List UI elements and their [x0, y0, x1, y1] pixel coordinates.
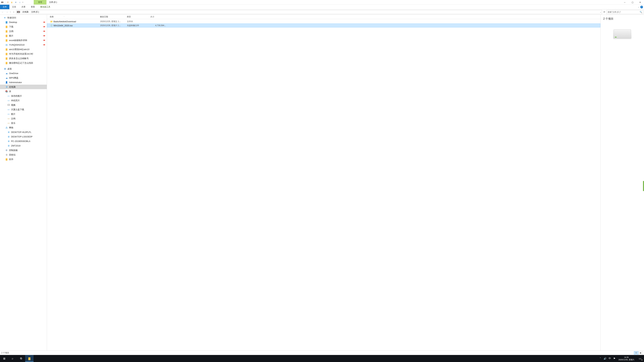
ribbon-tabs: 文件 主页 共享 查看 驱动器工具 ⌄ ?	[0, 5, 644, 9]
undo-icon[interactable]: ⎌	[18, 1, 21, 4]
start-button[interactable]: ⊞	[0, 355, 8, 362]
tree-quick-access[interactable]: ★快速访问	[0, 15, 47, 20]
tree-net-pc4[interactable]: 🖥ZMT2019	[0, 143, 47, 148]
tray-overflow-icon[interactable]: ˄	[598, 355, 603, 362]
tree-pictures[interactable]: ▇图片📌	[0, 33, 47, 38]
tree-excel[interactable]: ▇excel表格制作求和📌	[0, 38, 47, 42]
tree-saved-pictures[interactable]: ▭保存的图片	[0, 94, 47, 98]
address-bar[interactable]: 📼 › 此电脑 › 文档 (E:) ⌄	[16, 10, 602, 14]
minimize-button[interactable]: ─	[621, 0, 628, 5]
breadcrumb-this-pc[interactable]: 此电脑	[22, 10, 28, 13]
pin-icon: 📌	[42, 25, 46, 28]
tree-huawei[interactable]: ▇华为手机时间设置24小时	[0, 52, 47, 56]
tree-libraries[interactable]: 📚库	[0, 89, 47, 94]
file-name: BaiduNetdiskDownload	[53, 20, 100, 23]
tree-win10-reinstall[interactable]: ▇win10重装64位win10	[0, 47, 47, 52]
tree-music[interactable]: ▭音乐	[0, 121, 47, 125]
address-dropdown-icon[interactable]: ⌄	[600, 11, 601, 13]
pc-icon: 🖥	[7, 135, 10, 138]
tree-net-pc1[interactable]: 🖥DESKTOP-HL0PLFL	[0, 130, 47, 134]
maximize-button[interactable]: ▢	[628, 0, 636, 5]
ribbon-tab-file[interactable]: 文件	[0, 5, 10, 9]
preview-title: 2 个项目	[602, 17, 614, 21]
ribbon-tab-view[interactable]: 查看	[28, 5, 38, 9]
taskbar-file-explorer[interactable]: ▇	[25, 355, 34, 362]
ribbon-tab-drive-tools[interactable]: 驱动器工具	[38, 5, 53, 9]
breadcrumb-current[interactable]: 文档 (E:)	[31, 10, 39, 13]
tree-this-pc[interactable]: 🖥此电脑	[0, 85, 47, 89]
tree-videos[interactable]: 🎞视频	[0, 103, 47, 107]
column-size[interactable]: 大小	[150, 15, 167, 19]
drive-illustration-icon	[613, 29, 632, 38]
tree-software[interactable]: ▇软件	[0, 157, 47, 162]
search-input[interactable]	[608, 11, 640, 13]
ribbon-tab-home[interactable]: 主页	[10, 5, 19, 9]
tree-camera-roll[interactable]: ▭本机照片	[0, 98, 47, 103]
nav-forward-button[interactable]: →	[5, 10, 9, 14]
chevron-right-icon[interactable]: ›	[20, 11, 22, 13]
search-button[interactable]: ⌕	[8, 355, 17, 362]
tree-wechat[interactable]: ▇微信密码忘记了怎么找回	[0, 61, 47, 65]
security-icon[interactable]: ⚑	[612, 355, 617, 362]
recycle-bin-icon: 🗑	[5, 153, 8, 156]
nav-up-button[interactable]: ↑	[12, 10, 16, 14]
tree-recycle-bin[interactable]: 🗑回收站	[0, 152, 47, 157]
navigation-tree[interactable]: ★快速访问 ▇Desktop📌 ▇下载📌 ▇文档📌 ▇图片📌 ▇excel表格制…	[0, 15, 47, 351]
delete-icon[interactable]: ✕	[14, 1, 17, 4]
search-box[interactable]: 🔍	[606, 10, 643, 14]
tree-wps[interactable]: ☁WPS网盘	[0, 76, 47, 80]
tree-yunqishi[interactable]: ▤YUNQISHI2019📌	[0, 42, 47, 47]
nav-history-dropdown[interactable]: ▾	[10, 11, 12, 13]
pin-icon: 📌	[42, 39, 46, 42]
tree-documents[interactable]: ▇文档📌	[0, 29, 47, 33]
qat-dropdown-icon[interactable]: ▾	[22, 1, 23, 3]
sort-indicator-icon: ˄	[64, 16, 64, 17]
content-pane: 名称˄ 修改日期 类型 大小 📁BaiduNetdiskDownload2020…	[47, 15, 600, 351]
taskbar-clock[interactable]: 14:35 2020/12/26, 星期六	[617, 355, 636, 362]
task-view-button[interactable]: ⧉	[17, 355, 25, 362]
file-list[interactable]: 📁BaiduNetdiskDownload2020/12/25, 星期五 1..…	[47, 19, 600, 351]
ribbon-context-tab[interactable]: 管理	[34, 0, 46, 4]
tree-onedrive[interactable]: ☁OneDrive	[0, 71, 47, 76]
search-icon[interactable]: 🔍	[640, 11, 642, 13]
ribbon-collapse-icon[interactable]: ⌄	[638, 6, 639, 8]
pin-icon: 📌	[42, 21, 46, 24]
action-center-button[interactable]: ▭3	[636, 355, 644, 362]
help-icon[interactable]: ?	[640, 6, 643, 8]
tree-tianyi[interactable]: ▭天翼云盘下载	[0, 107, 47, 112]
tree-downloads[interactable]: ▇下载📌	[0, 24, 47, 29]
column-type[interactable]: 类型	[127, 15, 150, 19]
chevron-right-icon[interactable]: ›	[28, 11, 31, 13]
tree-net-pc2[interactable]: 🖥DESKTOP-LSSOEDP	[0, 134, 47, 139]
view-details-button[interactable]: ☰	[634, 351, 638, 355]
tree-desktop-root[interactable]: 🖥桌面	[0, 66, 47, 71]
ribbon-tab-share[interactable]: 共享	[19, 5, 28, 9]
folder-icon: ▇	[5, 30, 8, 33]
properties-icon[interactable]: ☑	[6, 1, 9, 4]
tree-pdd[interactable]: ▇拼多多怎么注销账号	[0, 56, 47, 61]
tree-net-pc3[interactable]: 🖥PC-20190530OBLA	[0, 139, 47, 143]
file-row[interactable]: 💿Win10x64_2020.iso2020/12/26, 星期六 1...光盘…	[47, 23, 600, 27]
volume-icon[interactable]: 🔊	[603, 355, 608, 362]
column-date[interactable]: 修改日期	[100, 15, 127, 19]
tree-desktop[interactable]: ▇Desktop📌	[0, 20, 47, 24]
folder-icon: ▇	[5, 21, 8, 24]
tree-control-panel[interactable]: ⚙控制面板	[0, 148, 47, 152]
folder-icon[interactable]: ▮	[10, 1, 13, 4]
nav-back-button[interactable]: ←	[1, 10, 5, 14]
tree-network[interactable]: 🖧网络	[0, 125, 47, 130]
file-date: 2020/12/25, 星期五 1...	[100, 20, 127, 23]
video-icon: 🎞	[7, 104, 10, 106]
refresh-button[interactable]: ⟳	[602, 11, 606, 13]
tree-pictures-lib[interactable]: ▭图片	[0, 112, 47, 116]
file-name: Win10x64_2020.iso	[53, 24, 100, 27]
tree-administrator[interactable]: 👤Administrator	[0, 80, 47, 85]
file-row[interactable]: 📁BaiduNetdiskDownload2020/12/25, 星期五 1..…	[47, 19, 600, 23]
tree-documents-lib[interactable]: ▭文档	[0, 116, 47, 121]
column-name[interactable]: 名称˄	[50, 15, 100, 19]
view-large-icons-button[interactable]: ▦	[638, 351, 643, 355]
file-type: 光盘映像文件	[127, 24, 150, 27]
close-button[interactable]: ✕	[636, 0, 644, 5]
file-size: 4,739,584...	[150, 24, 167, 27]
ime-indicator[interactable]: 中	[608, 355, 612, 362]
